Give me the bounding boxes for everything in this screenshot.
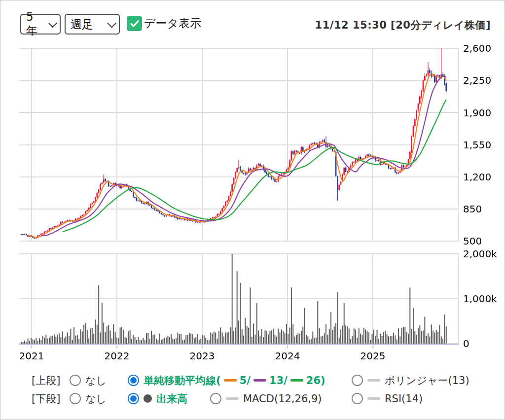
macd-line-icon [226,397,239,400]
checkbox-checked-icon[interactable] [127,16,142,31]
interval-select-value: 週足 [71,17,93,32]
sma5-line-icon [224,379,237,382]
indicator-controls: [上段] なし 単純移動平均線( 5/ 13/ 26) [0,371,505,408]
volume-option[interactable]: 出来高 [128,389,187,408]
lower-none-option[interactable]: なし [70,389,107,408]
sma13-line-icon [253,379,266,382]
radio-selected-icon[interactable] [128,375,139,386]
bollinger-option[interactable]: ボリンジャー(13) [352,371,469,389]
upper-none-option[interactable]: なし [70,371,107,389]
upper-section-label: [上段] [32,371,60,389]
rsi-option[interactable]: RSI(14) [352,389,423,408]
stock-chart-widget: 5年 週足 データ表示 11/12 15:30 [20分ディレイ株価] [上段]… [0,0,505,420]
radio-selected-icon[interactable] [128,393,139,404]
radio-unselected-icon[interactable] [70,393,81,404]
price-volume-chart-canvas[interactable] [0,42,505,368]
chevron-down-icon [107,19,116,28]
data-display-label: データ表示 [144,16,201,31]
macd-option[interactable]: MACD(12,26,9) [210,389,322,408]
sma-legend: 単純移動平均線( 5/ 13/ 26) [144,374,325,387]
data-display-checkbox[interactable]: データ表示 [127,16,201,31]
bollinger-line-icon [367,379,380,382]
delayed-quote-timestamp: 11/12 15:30 [20分ディレイ株価] [315,18,491,32]
volume-dot-icon [144,394,152,403]
rsi-line-icon [367,397,380,400]
radio-unselected-icon[interactable] [210,393,221,404]
upper-indicator-row: [上段] なし 単純移動平均線( 5/ 13/ 26) [0,371,505,389]
radio-unselected-icon[interactable] [70,375,81,386]
chevron-down-icon [48,19,57,28]
range-select[interactable]: 5年 [20,14,61,35]
range-select-value: 5年 [26,10,43,38]
toolbar: 5年 週足 データ表示 11/12 15:30 [20分ディレイ株価] [0,0,505,42]
sma26-line-icon [290,379,303,382]
radio-unselected-icon[interactable] [352,393,363,404]
lower-indicator-row: [下段] なし 出来高 MACD(12,26,9) RSI(14) [0,389,505,408]
sma-option[interactable]: 単純移動平均線( 5/ 13/ 26) [128,371,325,389]
radio-unselected-icon[interactable] [352,375,363,386]
lower-section-label: [下段] [32,389,60,408]
interval-select[interactable]: 週足 [65,14,120,35]
